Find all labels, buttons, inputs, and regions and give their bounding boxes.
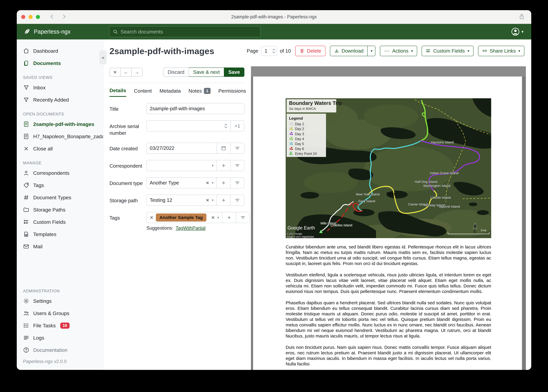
clear-icon[interactable]: ✕ (206, 198, 209, 203)
correspondent-select[interactable]: ▾ (146, 160, 217, 171)
sidebar-item-inbox[interactable]: Inbox (17, 81, 103, 94)
sidebar-item-settings[interactable]: Settings (17, 295, 103, 307)
sidebar-item-logs[interactable]: Logs (17, 332, 103, 344)
chevron-down-icon: ▾ (468, 49, 469, 53)
add-storage-path-button[interactable]: + (217, 195, 231, 206)
close-document-button[interactable]: ✕ (109, 68, 121, 77)
document-toolbar: Page 1 of 10 (247, 46, 524, 56)
page-stepper[interactable] (272, 49, 275, 53)
island-label: Half Dog Island (415, 180, 437, 184)
save-next-button[interactable]: Save & next (189, 68, 224, 77)
asn-field[interactable] (146, 120, 231, 132)
storage-filter-button[interactable] (231, 195, 244, 206)
download-button[interactable]: Download (330, 46, 368, 56)
sidebar-item-users-groups[interactable]: Users & Groups (17, 307, 103, 319)
logs-icon (23, 335, 29, 341)
sidebar-item-label: Users & Groups (33, 310, 69, 316)
minimize-window-button[interactable] (29, 15, 33, 19)
doctype-label: Document type (109, 177, 146, 187)
pdf-page: Hausons IslandNew York IslandGary Island… (251, 77, 526, 370)
tags-select[interactable]: ✕ Another Sample Tag ✕ ▾ (146, 212, 222, 223)
user-menu[interactable]: ▾ (511, 27, 523, 36)
search-placeholder: Search documents (121, 29, 163, 35)
share-icon[interactable] (519, 14, 524, 20)
island-label: Indian Grave Island (430, 171, 459, 175)
page-number-input[interactable]: 1 (261, 46, 277, 56)
date-filter-button[interactable] (231, 143, 244, 154)
asn-stepper[interactable] (224, 124, 227, 128)
share-links-button[interactable]: Share Links ▾ (478, 46, 524, 56)
close-window-button[interactable] (21, 15, 25, 19)
sidebar-item-documentation[interactable]: Documentation (17, 344, 103, 356)
save-group: Discard Save & next Save (163, 68, 244, 77)
filter-lines-icon (240, 215, 245, 220)
sidebar-item-custom-fields[interactable]: Custom Fields (17, 216, 103, 228)
sidebar-item-templates[interactable]: Templates (17, 228, 103, 240)
date-created-field[interactable]: 03/27/2022 (146, 143, 217, 154)
north-label: N (473, 230, 476, 234)
sidebar-item-close-all[interactable]: Close all (17, 142, 103, 155)
calendar-button[interactable] (217, 143, 231, 154)
sidebar-item-recently-added[interactable]: Recently Added (17, 94, 103, 106)
tags-filter-button[interactable] (236, 212, 250, 223)
doctype-select[interactable]: Another Type ✕ ▾ (146, 177, 217, 188)
tag-chip[interactable]: Another Sample Tag (156, 213, 206, 222)
sidebar-item-tags[interactable]: Tags (17, 179, 103, 191)
chevron-down-icon: ▾ (411, 49, 413, 53)
sidebar-item-documents[interactable]: Documents (17, 57, 103, 69)
sidebar-item-mail[interactable]: Mail (17, 240, 103, 253)
browser-back-icon[interactable] (50, 14, 55, 20)
doctype-filter-button[interactable] (231, 177, 244, 188)
document-preview[interactable]: Hausons IslandNew York IslandGary Island… (251, 66, 526, 370)
filter-funnel-icon (23, 84, 29, 91)
sidebar-item-correspondents[interactable]: Correspondents (17, 167, 103, 179)
delete-label: Delete (307, 48, 321, 54)
sidebar-item-file-tasks[interactable]: File Tasks 16 (17, 319, 103, 332)
macos-titlebar: 2sample-pdf-with-images - Paperless-ngx (17, 10, 531, 24)
add-tag-button[interactable]: + (222, 212, 236, 223)
asn-field-label: Archive serial number (109, 120, 146, 136)
actions-button[interactable]: ⋯ Actions ▾ (380, 46, 417, 56)
clear-icon[interactable]: ✕ (206, 180, 209, 186)
sidebar-item-document-types[interactable]: Document Types (17, 191, 103, 204)
save-button[interactable]: Save (224, 68, 244, 77)
screenshot-canvas: 2sample-pdf-with-images - Paperless-ngx … (0, 0, 548, 392)
share-links-label: Share Links (490, 48, 516, 54)
asn-plus-one-button[interactable]: +1 (231, 120, 244, 132)
remove-tag-icon[interactable]: ✕ (150, 215, 153, 220)
doctype-value: Another Type (150, 180, 203, 186)
download-options-button[interactable]: ▾ (368, 46, 375, 56)
delete-button[interactable]: Delete (295, 46, 325, 56)
sidebar-item-open-doc-2[interactable]: H7_Napoleon_Bonaparte_zadanie (17, 130, 103, 142)
add-correspondent-button[interactable]: + (217, 160, 231, 171)
brand-name: Paperless-ngx (34, 28, 71, 35)
search-input[interactable]: Search documents (109, 26, 260, 37)
title-field[interactable]: 2sample-pdf-with-images (146, 103, 244, 114)
sidebar-item-open-doc-1[interactable]: 2sample-pdf-with-images (17, 118, 103, 130)
filter-lines-icon (235, 180, 240, 186)
tab-content[interactable]: Content (134, 88, 152, 97)
next-document-button[interactable]: → (132, 68, 143, 77)
tab-details[interactable]: Details (109, 88, 126, 97)
suggestion-tag-link[interactable]: TagWithPartial (176, 225, 205, 231)
sidebar-item-label: Correspondents (33, 170, 69, 176)
question-circle-icon (23, 347, 29, 353)
sidebar-item-label: Document Types (33, 195, 71, 201)
app-brand[interactable]: Paperless-ngx (24, 28, 71, 35)
tab-metadata[interactable]: Metadata (159, 88, 181, 97)
sidebar-item-dashboard[interactable]: Dashboard (17, 45, 103, 57)
storage-path-select[interactable]: Testing 12 ✕ ▾ (146, 195, 217, 206)
previous-document-button[interactable]: ← (121, 68, 132, 77)
sidebar-item-storage-paths[interactable]: Storage Paths (17, 204, 103, 216)
custom-fields-button[interactable]: Custom Fields ▾ (422, 46, 474, 56)
discard-button[interactable]: Discard (163, 68, 189, 77)
tab-notes[interactable]: Notes1 (188, 88, 210, 97)
add-doctype-button[interactable]: + (217, 177, 231, 188)
browser-forward-icon[interactable] (61, 14, 66, 20)
date-created-value: 03/27/2022 (150, 145, 214, 151)
correspondent-filter-button[interactable] (231, 160, 244, 171)
sidebar-collapse-button[interactable]: « (100, 50, 107, 64)
zoom-window-button[interactable] (36, 15, 40, 19)
clear-icon[interactable]: ✕ (211, 215, 215, 220)
tab-permissions[interactable]: Permissions (218, 88, 246, 97)
